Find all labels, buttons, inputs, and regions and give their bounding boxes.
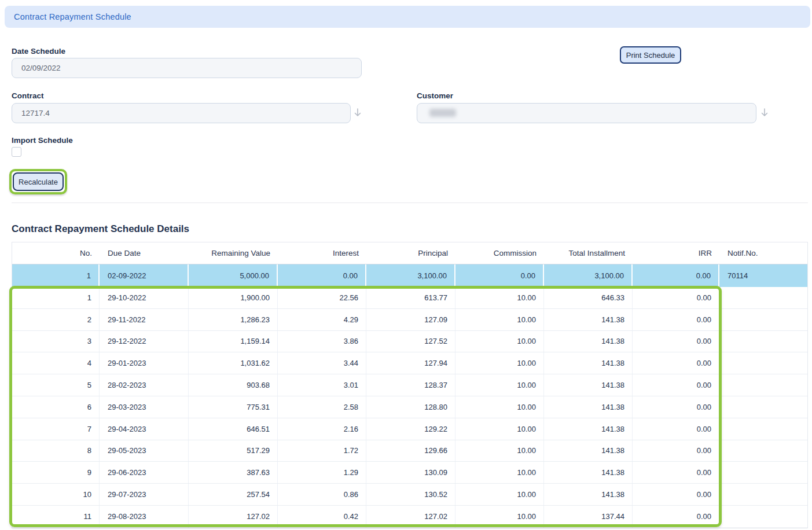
- cell-interest: 0.00: [278, 264, 366, 287]
- table-row[interactable]: 129-10-20221,900.0022.56613.7710.00646.3…: [12, 287, 807, 309]
- cell-notif-no: [719, 309, 807, 330]
- repayment-schedule-table: No. Due Date Remaining Value Interest Pr…: [12, 242, 808, 528]
- cell-remaining-value: 257.54: [189, 484, 278, 505]
- cell-total-installment: 141.38: [544, 484, 633, 505]
- table-row[interactable]: 329-12-20221,159.143.86127.5210.00141.38…: [12, 331, 807, 353]
- cell-notif-no: [719, 331, 807, 352]
- cell-due-date: 29-04-2023: [100, 418, 189, 440]
- cell-due-date: 29-10-2022: [100, 287, 189, 308]
- col-header-total-installment: Total Installment: [544, 242, 633, 264]
- panel-header: Contract Repayment Schedule: [5, 6, 810, 28]
- cell-no: 2: [12, 309, 100, 330]
- cell-remaining-value: 1,900.00: [189, 287, 278, 308]
- cell-commission: 10.00: [455, 484, 544, 505]
- cell-principal: 130.09: [366, 462, 455, 483]
- page-title: Contract Repayment Schedule: [14, 12, 131, 21]
- cell-interest: 1.29: [278, 462, 366, 483]
- col-header-notif-no: Notif.No.: [719, 242, 807, 264]
- cell-notif-no: [719, 418, 807, 440]
- cell-interest: 3.86: [278, 331, 366, 352]
- cell-remaining-value: 5,000.00: [189, 264, 278, 287]
- cell-total-installment: 141.38: [544, 309, 633, 330]
- print-schedule-button[interactable]: Print Schedule: [620, 46, 681, 64]
- cell-total-installment: 141.38: [544, 396, 633, 418]
- table-row[interactable]: 629-03-2023775.312.58128.8010.00141.380.…: [12, 396, 807, 418]
- cell-commission: 10.00: [455, 396, 544, 418]
- cell-principal: 128.37: [366, 374, 455, 396]
- cell-principal: 613.77: [366, 287, 455, 308]
- cell-commission: 10.00: [455, 374, 544, 396]
- cell-notif-no: [719, 462, 807, 483]
- cell-irr: 0.00: [633, 418, 719, 440]
- customer-dropdown-arrow-icon[interactable]: [759, 107, 770, 119]
- cell-remaining-value: 127.02: [189, 506, 278, 528]
- cell-interest: 2.16: [278, 418, 366, 440]
- cell-interest: 0.86: [278, 484, 366, 505]
- import-schedule-label: Import Schedule: [12, 136, 73, 145]
- cell-no: 5: [12, 374, 100, 396]
- cell-commission: 10.00: [455, 506, 544, 528]
- table-header-row: No. Due Date Remaining Value Interest Pr…: [12, 242, 807, 264]
- cell-interest: 3.44: [278, 352, 366, 374]
- table-row[interactable]: 1029-07-2023257.540.86130.5210.00141.380…: [12, 484, 807, 506]
- cell-due-date: 29-06-2023: [100, 462, 189, 483]
- cell-remaining-value: 1,031.62: [189, 352, 278, 374]
- customer-input[interactable]: [417, 103, 756, 123]
- cell-commission: 10.00: [455, 418, 544, 440]
- cell-notif-no: [719, 374, 807, 396]
- recalculate-highlight-annotation: Recalculate: [9, 169, 67, 194]
- cell-interest: 3.01: [278, 374, 366, 396]
- date-schedule-input[interactable]: [12, 58, 362, 78]
- col-header-no: No.: [12, 242, 100, 264]
- cell-commission: 10.00: [455, 331, 544, 352]
- table-row[interactable]: 729-04-2023646.512.16129.2210.00141.380.…: [12, 418, 807, 440]
- cell-irr: 0.00: [633, 287, 719, 308]
- cell-notif-no: [719, 396, 807, 418]
- cell-irr: 0.00: [633, 396, 719, 418]
- cell-remaining-value: 1,159.14: [189, 331, 278, 352]
- table-row[interactable]: 829-05-2023517.291.72129.6610.00141.380.…: [12, 440, 807, 462]
- cell-due-date: 29-01-2023: [100, 352, 189, 374]
- cell-irr: 0.00: [633, 331, 719, 352]
- table-row[interactable]: 929-06-2023387.631.29130.0910.00141.380.…: [12, 462, 807, 484]
- import-schedule-checkbox[interactable]: [12, 147, 21, 157]
- details-table-body: 102-09-20225,000.000.003,100.000.003,100…: [12, 264, 807, 528]
- contract-dropdown-arrow-icon[interactable]: [352, 107, 363, 119]
- cell-principal: 3,100.00: [366, 264, 455, 287]
- cell-irr: 0.00: [633, 309, 719, 330]
- cell-irr: 0.00: [633, 462, 719, 483]
- recalculate-button[interactable]: Recalculate: [13, 172, 64, 191]
- cell-principal: 127.94: [366, 352, 455, 374]
- contract-input[interactable]: [12, 103, 351, 123]
- cell-commission: 10.00: [455, 462, 544, 483]
- cell-notif-no: [719, 352, 807, 374]
- col-header-irr: IRR: [633, 242, 719, 264]
- cell-principal: 127.52: [366, 331, 455, 352]
- table-row[interactable]: 229-11-20221,286.234.29127.0910.00141.38…: [12, 309, 807, 331]
- table-row[interactable]: 1129-08-2023127.020.42127.0210.00137.440…: [12, 506, 807, 528]
- cell-total-installment: 141.38: [544, 440, 633, 462]
- table-row[interactable]: 528-02-2023903.683.01128.3710.00141.380.…: [12, 374, 807, 396]
- cell-no: 1: [12, 264, 100, 287]
- cell-notif-no: [719, 506, 807, 528]
- details-section-title: Contract Repayment Schedule Details: [12, 223, 189, 235]
- cell-commission: 10.00: [455, 352, 544, 374]
- table-row[interactable]: 429-01-20231,031.623.44127.9410.00141.38…: [12, 352, 807, 374]
- cell-principal: 130.52: [366, 484, 455, 505]
- cell-interest: 2.58: [278, 396, 366, 418]
- cell-irr: 0.00: [633, 484, 719, 505]
- cell-total-installment: 646.33: [544, 287, 633, 308]
- cell-irr: 0.00: [633, 440, 719, 462]
- cell-remaining-value: 775.31: [189, 396, 278, 418]
- col-header-due-date: Due Date: [100, 242, 189, 264]
- cell-no: 9: [12, 462, 100, 483]
- cell-no: 6: [12, 396, 100, 418]
- col-header-principal: Principal: [366, 242, 455, 264]
- customer-label: Customer: [417, 91, 453, 100]
- cell-interest: 0.42: [278, 506, 366, 528]
- cell-total-installment: 3,100.00: [544, 264, 633, 287]
- table-row-selected[interactable]: 102-09-20225,000.000.003,100.000.003,100…: [12, 264, 807, 287]
- cell-no: 1: [12, 287, 100, 308]
- col-header-remaining-value: Remaining Value: [189, 242, 278, 264]
- cell-total-installment: 141.38: [544, 352, 633, 374]
